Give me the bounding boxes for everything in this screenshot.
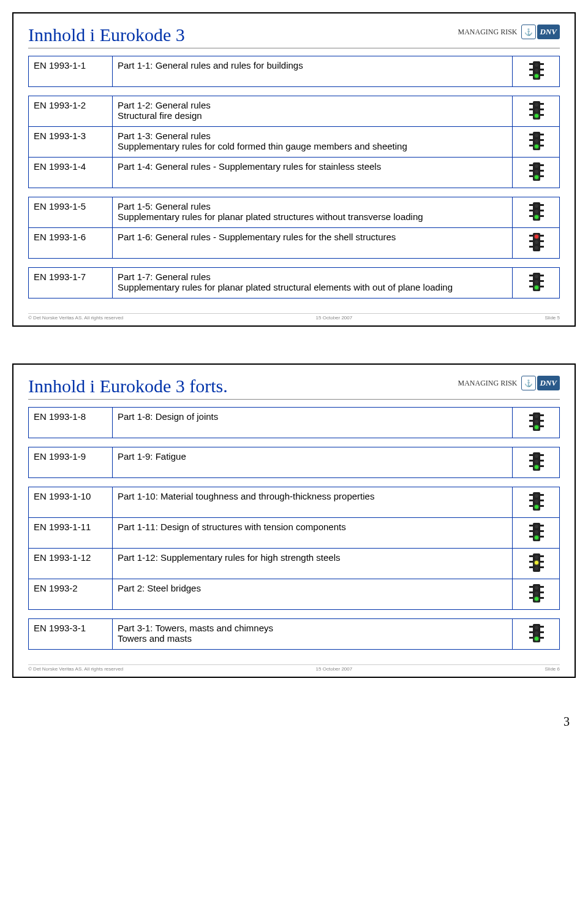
standard-description: Part 1-11: Design of structures with ten… [113,518,513,549]
standard-code: EN 1993-1-6 [29,228,113,259]
standard-description: Part 1-1: General rules and rules for bu… [113,56,513,87]
status-cell [513,56,560,87]
footer-left: © Det Norske Veritas AS. All rights rese… [28,315,123,321]
footer-center: 15 October 2007 [316,315,353,321]
table-row: EN 1993-1-1Part 1-1: General rules and r… [29,56,560,87]
traffic-light-icon [524,491,548,512]
dnv-text: DNV [537,25,560,39]
slide1-body: EN 1993-1-1Part 1-1: General rules and r… [28,56,560,298]
page-number: 3 [12,715,576,729]
footer-right: Slide 6 [545,666,560,672]
traffic-light-icon [524,161,548,182]
status-cell [513,268,560,298]
traffic-light-icon [524,60,548,81]
slide-title: Innhold i Eurokode 3 [28,25,185,45]
traffic-light-icon [524,623,548,644]
group-spacer [28,478,560,487]
traffic-light-icon [524,451,548,472]
standard-description: Part 1-7: General rulesSupplementary rul… [113,268,513,298]
content-table: EN 1993-1-2Part 1-2: General rulesStruct… [28,96,560,188]
standard-description: Part 3-1: Towers, masts and chimneysTowe… [113,619,513,650]
traffic-light-icon [524,100,548,121]
group-spacer [28,610,560,618]
group-spacer [28,259,560,267]
group-spacer [28,188,560,197]
table-row: EN 1993-1-3Part 1-3: General rulesSupple… [29,127,560,158]
slide-footer: © Det Norske Veritas AS. All rights rese… [28,313,560,321]
traffic-light-icon [524,583,548,604]
group-spacer [28,87,560,96]
traffic-light-icon [524,131,548,151]
standard-code: EN 1993-3-1 [29,619,113,650]
content-table: EN 1993-1-1Part 1-1: General rules and r… [28,56,560,87]
status-cell [513,96,560,127]
table-row: EN 1993-1-9Part 1-9: Fatigue [29,447,560,478]
standard-code: EN 1993-1-8 [29,408,113,438]
slide-footer: © Det Norske Veritas AS. All rights rese… [28,664,560,672]
managing-risk-label: MANAGING RISK [458,28,518,37]
slide2-body: EN 1993-1-8Part 1-8: Design of jointsEN … [28,407,560,650]
dnv-text: DNV [537,376,560,390]
anchor-icon: ⚓ [521,25,536,39]
table-row: EN 1993-1-11Part 1-11: Design of structu… [29,518,560,549]
content-table: EN 1993-1-10Part 1-10: Material toughnes… [28,487,560,610]
standard-code: EN 1993-1-1 [29,56,113,87]
title-divider [28,399,560,400]
standard-description: Part 1-2: General rulesStructural fire d… [113,96,513,127]
standard-code: EN 1993-1-10 [29,487,113,518]
standard-code: EN 1993-1-4 [29,158,113,188]
content-table: EN 1993-1-7Part 1-7: General rulesSupple… [28,267,560,298]
standard-code: EN 1993-1-2 [29,96,113,127]
status-cell [513,518,560,549]
standard-description: Part 1-9: Fatigue [113,447,513,478]
standard-description: Part 1-8: Design of joints [113,408,513,438]
table-row: EN 1993-1-12Part 1-12: Supplementary rul… [29,549,560,579]
anchor-icon: ⚓ [521,376,536,390]
standard-description: Part 1-6: General rules - Supplementary … [113,228,513,259]
table-row: EN 1993-1-5Part 1-5: General rulesSupple… [29,197,560,228]
status-cell [513,579,560,610]
status-cell [513,127,560,158]
slide-title: Innhold i Eurokode 3 forts. [28,376,228,397]
slide-1: Innhold i Eurokode 3 MANAGING RISK ⚓ DNV… [12,12,576,327]
status-cell [513,228,560,259]
status-cell [513,549,560,579]
content-table: EN 1993-3-1Part 3-1: Towers, masts and c… [28,618,560,650]
standard-code: EN 1993-1-9 [29,447,113,478]
table-row: EN 1993-1-10Part 1-10: Material toughnes… [29,487,560,518]
standard-code: EN 1993-1-7 [29,268,113,298]
standard-code: EN 1993-1-12 [29,549,113,579]
standard-description: Part 1-10: Material toughness and throug… [113,487,513,518]
header-brand: MANAGING RISK ⚓ DNV [458,25,560,39]
traffic-light-icon [524,411,548,432]
status-cell [513,619,560,650]
traffic-light-icon [524,272,548,292]
dnv-logo: ⚓ DNV [521,25,560,39]
standard-description: Part 1-4: General rules - Supplementary … [113,158,513,188]
traffic-light-icon [524,232,548,253]
managing-risk-label: MANAGING RISK [458,379,518,388]
traffic-light-icon [524,552,548,573]
footer-left: © Det Norske Veritas AS. All rights rese… [28,666,123,672]
standard-code: EN 1993-1-11 [29,518,113,549]
table-row: EN 1993-1-8Part 1-8: Design of joints [29,408,560,438]
table-row: EN 1993-1-4Part 1-4: General rules - Sup… [29,158,560,188]
footer-right: Slide 5 [545,315,560,321]
status-cell [513,487,560,518]
content-table: EN 1993-1-5Part 1-5: General rulesSupple… [28,197,560,259]
dnv-logo: ⚓ DNV [521,376,560,390]
standard-description: Part 1-3: General rulesSupplementary rul… [113,127,513,158]
standard-description: Part 1-5: General rulesSupplementary rul… [113,197,513,228]
standard-code: EN 1993-2 [29,579,113,610]
footer-center: 15 October 2007 [316,666,353,672]
standard-code: EN 1993-1-5 [29,197,113,228]
table-row: EN 1993-1-2Part 1-2: General rulesStruct… [29,96,560,127]
slide-header: Innhold i Eurokode 3 forts. MANAGING RIS… [28,376,560,397]
content-table: EN 1993-1-9Part 1-9: Fatigue [28,447,560,478]
standard-code: EN 1993-1-3 [29,127,113,158]
status-cell [513,447,560,478]
table-row: EN 1993-3-1Part 3-1: Towers, masts and c… [29,619,560,650]
standard-description: Part 2: Steel bridges [113,579,513,610]
traffic-light-icon [524,522,548,542]
standard-description: Part 1-12: Supplementary rules for high … [113,549,513,579]
